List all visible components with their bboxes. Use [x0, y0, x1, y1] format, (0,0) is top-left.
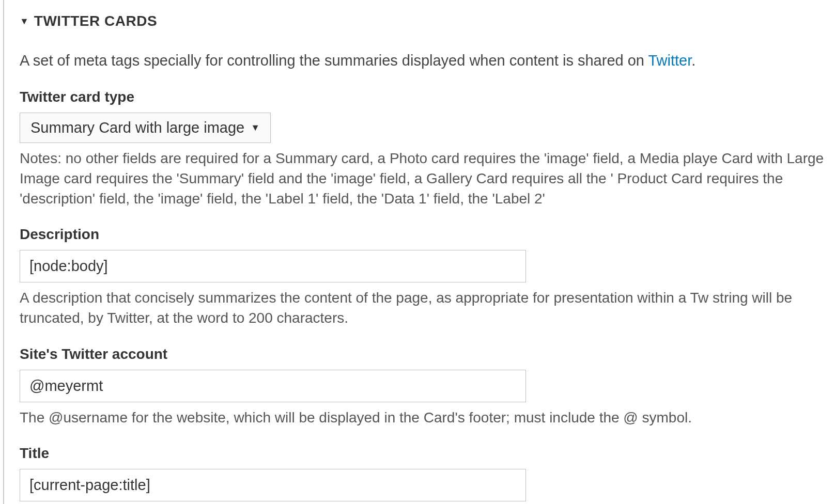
- intro-prefix: A set of meta tags specially for control…: [20, 52, 648, 69]
- description-label: Description: [20, 226, 835, 243]
- site-account-input[interactable]: [20, 370, 526, 402]
- site-account-label: Site's Twitter account: [20, 346, 835, 363]
- caret-down-icon: ▼: [251, 122, 260, 133]
- fieldset-title: TWITTER CARDS: [34, 13, 157, 29]
- card-type-label: Twitter card type: [20, 89, 835, 105]
- title-input[interactable]: [20, 469, 526, 501]
- disclosure-triangle-icon: ▼: [20, 17, 29, 26]
- card-type-notes: Notes: no other fields are required for …: [20, 148, 835, 209]
- card-type-select[interactable]: Summary Card with large image ▼: [20, 113, 271, 143]
- twitter-link[interactable]: Twitter: [648, 52, 692, 69]
- description-help: A description that concisely summarizes …: [20, 288, 835, 328]
- description-input[interactable]: [20, 250, 526, 282]
- site-account-help: The @username for the website, which wil…: [20, 407, 835, 428]
- form-item-title: Title: [20, 445, 835, 501]
- form-item-description: Description A description that concisely…: [20, 226, 835, 328]
- form-item-site-account: Site's Twitter account The @username for…: [20, 346, 835, 428]
- fieldset-intro: A set of meta tags specially for control…: [20, 50, 835, 71]
- title-label: Title: [20, 445, 835, 462]
- card-type-selected: Summary Card with large image: [30, 119, 244, 136]
- form-item-card-type: Twitter card type Summary Card with larg…: [20, 89, 835, 209]
- fieldset-toggle[interactable]: ▼ TWITTER CARDS: [20, 13, 835, 29]
- intro-suffix: .: [691, 52, 695, 69]
